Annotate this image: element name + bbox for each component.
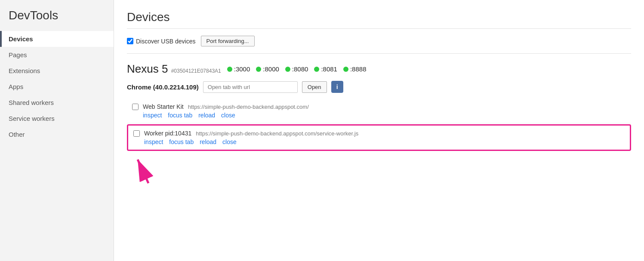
green-dot-icon: [314, 67, 319, 72]
port-8888: :8888: [343, 65, 367, 73]
inspect-link[interactable]: inspect: [144, 138, 163, 145]
sidebar-item-label: Extensions: [9, 67, 40, 74]
arrow-annotation: [136, 151, 631, 185]
port-8000: :8000: [256, 65, 279, 73]
tab-item-web-starter-kit: Web Starter Kit https://simple-push-demo…: [127, 99, 631, 123]
app-title: DevTools: [0, 9, 114, 31]
sidebar-item-devices[interactable]: Devices: [0, 31, 114, 47]
info-icon[interactable]: i: [331, 81, 343, 93]
sidebar-item-label: Service workers: [9, 115, 55, 122]
tab-checkbox[interactable]: [133, 130, 140, 137]
sidebar-item-label: Shared workers: [9, 99, 54, 106]
green-dot-icon: [256, 67, 261, 72]
discover-usb-row: Discover USB devices Port forwarding...: [127, 36, 631, 54]
tab-checkbox[interactable]: [132, 104, 139, 110]
device-section: Nexus 5 #03504121E07843A1 :3000 :8000 :8…: [127, 62, 631, 185]
reload-link[interactable]: reload: [200, 138, 216, 145]
chrome-label: Chrome (40.0.2214.109): [127, 83, 199, 91]
tab-url: https://simple-push-demo-backend.appspot…: [196, 130, 358, 137]
tab-item-row: Web Starter Kit https://simple-push-demo…: [132, 103, 626, 110]
sidebar-item-label: Devices: [9, 35, 33, 43]
open-tab-url-input[interactable]: [203, 81, 298, 93]
discover-usb-checkbox[interactable]: [127, 38, 133, 44]
sidebar-item-pages[interactable]: Pages: [0, 47, 114, 63]
close-link[interactable]: close: [221, 112, 235, 119]
tab-title: Worker pid:10431: [144, 130, 191, 137]
green-dot-icon: [343, 67, 348, 72]
sidebar-item-apps[interactable]: Apps: [0, 79, 114, 95]
tab-item-worker: Worker pid:10431 https://simple-push-dem…: [127, 124, 631, 151]
page-title: Devices: [127, 10, 631, 29]
svg-line-1: [138, 160, 148, 183]
device-id: #03504121E07843A1: [171, 68, 221, 74]
tab-item-row: Worker pid:10431 https://simple-push-dem…: [133, 130, 625, 137]
tab-actions: inspect focus tab reload close: [132, 112, 626, 119]
focus-tab-link[interactable]: focus tab: [168, 112, 192, 119]
reload-link[interactable]: reload: [198, 112, 215, 119]
port-8081: :8081: [314, 65, 337, 73]
discover-usb-label[interactable]: Discover USB devices: [127, 38, 196, 45]
open-tab-button[interactable]: Open: [302, 81, 327, 93]
pink-arrow-icon: [136, 151, 170, 185]
green-dot-icon: [285, 67, 290, 72]
port-3000: :3000: [227, 65, 250, 73]
sidebar-item-other[interactable]: Other: [0, 126, 114, 142]
main-content: Devices Discover USB devices Port forwar…: [114, 0, 644, 261]
inspect-link[interactable]: inspect: [143, 112, 162, 119]
sidebar-item-label: Other: [9, 131, 25, 138]
tab-url: https://simple-push-demo-backend.appspot…: [188, 104, 309, 110]
close-link[interactable]: close: [222, 138, 237, 145]
device-name: Nexus 5 #03504121E07843A1: [127, 62, 221, 76]
tab-actions: inspect focus tab reload close: [133, 138, 625, 145]
tab-title: Web Starter Kit: [143, 103, 184, 110]
device-header: Nexus 5 #03504121E07843A1 :3000 :8000 :8…: [127, 62, 631, 76]
green-dot-icon: [227, 67, 232, 72]
focus-tab-link[interactable]: focus tab: [169, 138, 194, 145]
sidebar-item-label: Apps: [9, 83, 23, 90]
port-forwarding-button[interactable]: Port forwarding...: [201, 36, 255, 46]
sidebar-item-service-workers[interactable]: Service workers: [0, 111, 114, 126]
port-8080: :8080: [285, 65, 308, 73]
sidebar: DevTools Devices Pages Extensions Apps S…: [0, 0, 114, 261]
sidebar-item-label: Pages: [9, 51, 27, 58]
chrome-row: Chrome (40.0.2214.109) Open i: [127, 81, 631, 93]
discover-usb-text: Discover USB devices: [136, 38, 196, 45]
sidebar-item-shared-workers[interactable]: Shared workers: [0, 95, 114, 111]
sidebar-item-extensions[interactable]: Extensions: [0, 63, 114, 79]
